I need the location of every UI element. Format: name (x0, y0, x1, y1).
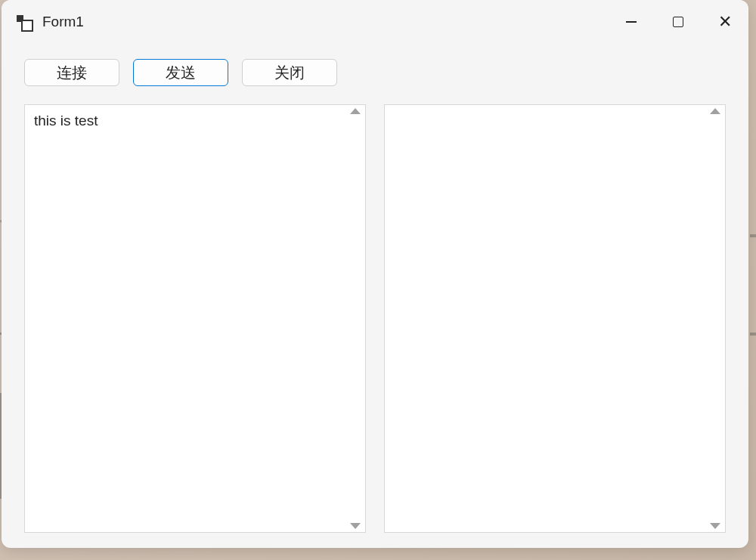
minimize-button[interactable] (608, 0, 655, 44)
close-icon: ✕ (718, 14, 732, 30)
left-textbox-container (24, 104, 366, 533)
right-textbox-container (384, 104, 726, 533)
titlebar[interactable]: Form1 ✕ (2, 0, 748, 44)
button-row: 连接 发送 关闭 (24, 59, 726, 86)
left-scrollbar[interactable] (345, 105, 365, 532)
content-area: 连接 发送 关闭 (2, 44, 748, 548)
scroll-down-icon[interactable] (710, 523, 720, 529)
window-title: Form1 (42, 14, 608, 30)
scroll-up-icon[interactable] (350, 108, 361, 114)
textbox-row (24, 104, 726, 533)
maximize-icon (673, 17, 683, 27)
maximize-button[interactable] (655, 0, 702, 44)
app-icon (17, 15, 32, 30)
close-window-button[interactable]: ✕ (702, 0, 748, 44)
application-window: Form1 ✕ 连接 发送 关闭 (2, 0, 748, 548)
connect-button[interactable]: 连接 (24, 59, 119, 86)
minimize-icon (626, 21, 637, 23)
scroll-down-icon[interactable] (350, 523, 361, 529)
close-button[interactable]: 关闭 (242, 59, 337, 86)
send-button[interactable]: 发送 (133, 59, 228, 86)
window-controls: ✕ (608, 0, 748, 44)
right-scrollbar[interactable] (705, 105, 725, 532)
left-textbox[interactable] (25, 105, 345, 532)
right-textbox[interactable] (385, 105, 705, 532)
scroll-up-icon[interactable] (710, 108, 720, 114)
